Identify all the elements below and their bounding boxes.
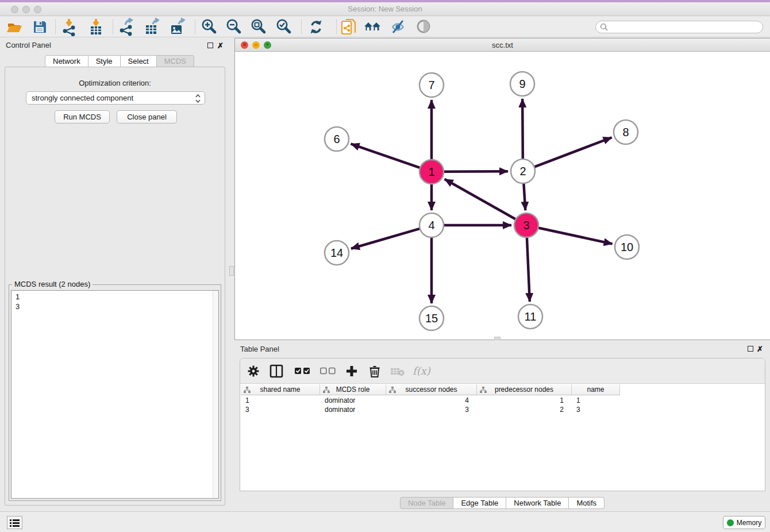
memory-button[interactable]: Memory	[723, 516, 765, 529]
close-panel-button[interactable]: Close panel	[117, 110, 177, 124]
graph-node-2[interactable]: 2	[511, 159, 535, 183]
open-file-icon[interactable]	[5, 18, 24, 36]
refresh-view-icon[interactable]	[306, 18, 326, 36]
table-cell: 1	[241, 396, 320, 406]
delete-column-icon[interactable]	[368, 363, 381, 380]
graph-node-11[interactable]: 11	[518, 304, 542, 329]
network-window-titlebar[interactable]: ✕ − + scc.txt	[235, 38, 770, 52]
node-label: 4	[428, 219, 434, 232]
table-cell: 3	[386, 406, 477, 415]
network-close-traffic-light[interactable]: ✕	[241, 41, 248, 49]
network-canvas[interactable]: 7968124314101511	[235, 52, 770, 340]
zoom-in-icon[interactable]	[199, 18, 219, 36]
criterion-select[interactable]: strongly connected component	[26, 91, 205, 105]
panel-splitter-handle[interactable]	[229, 266, 234, 276]
deselect-all-icon[interactable]	[320, 363, 336, 380]
node-label: 2	[519, 165, 526, 178]
node-label: 8	[622, 126, 629, 138]
graph-node-1[interactable]: 1	[419, 160, 444, 184]
edge-4-14[interactable]	[351, 229, 420, 249]
graph-node-4[interactable]: 4	[419, 213, 444, 237]
table-panel-tabs: Node Table Edge Table Network Table Moti…	[234, 497, 770, 509]
hide-details-icon[interactable]	[388, 18, 408, 36]
titlebar[interactable]: Session: New Session	[0, 2, 770, 16]
settings-gear-icon[interactable]	[247, 363, 260, 380]
column-header-MCDS-role[interactable]: MCDS role	[320, 384, 386, 395]
tab-mcds[interactable]: MCDS	[157, 55, 194, 67]
search-box[interactable]	[595, 21, 763, 33]
column-header-shared-name[interactable]: shared name	[241, 384, 320, 395]
graph-node-3[interactable]: 3	[514, 213, 538, 237]
table-cell: 1	[572, 396, 620, 406]
graph-node-7[interactable]: 7	[419, 73, 444, 97]
tree-icon	[480, 387, 487, 393]
export-table-icon[interactable]	[142, 18, 161, 36]
save-session-icon[interactable]	[30, 18, 49, 36]
graph-node-6[interactable]: 6	[325, 127, 349, 151]
add-column-icon[interactable]	[345, 363, 358, 380]
column-header-name[interactable]: name	[572, 384, 620, 395]
mcds-result-area[interactable]: 1 3	[11, 290, 219, 499]
graph-node-9[interactable]: 9	[510, 72, 534, 96]
tab-style[interactable]: Style	[88, 55, 121, 67]
edge-3-10[interactable]	[538, 228, 613, 244]
edge-3-11[interactable]	[527, 237, 530, 302]
memory-button-label: Memory	[737, 519, 761, 527]
toolbar-separator	[301, 20, 302, 34]
status-bar: Memory	[0, 511, 770, 532]
table-panel-float-button[interactable]	[748, 346, 753, 352]
select-all-icon[interactable]	[295, 363, 310, 380]
zoom-out-icon[interactable]	[224, 18, 244, 36]
edge-2-8[interactable]	[534, 137, 612, 167]
edge-1-2[interactable]	[444, 171, 508, 172]
mcds-result-scrollbar[interactable]	[213, 291, 218, 498]
network-zoom-traffic-light[interactable]: +	[264, 41, 271, 49]
edge-2-9[interactable]	[522, 99, 523, 159]
graph-node-14[interactable]: 14	[325, 241, 349, 265]
table-row[interactable]: 3dominator323	[241, 406, 620, 415]
edge-1-6[interactable]	[351, 144, 421, 168]
column-header-predecessor-nodes[interactable]: predecessor nodes	[477, 384, 572, 395]
table-cell: 1	[477, 396, 572, 406]
tab-network[interactable]: Network	[45, 55, 88, 67]
tab-motifs[interactable]: Motifs	[569, 497, 605, 509]
node-label: 7	[428, 79, 434, 91]
table-cell: 3	[241, 406, 320, 415]
graph-node-10[interactable]: 10	[615, 235, 639, 259]
show-details-icon[interactable]	[414, 18, 433, 36]
control-panel-close-button[interactable]: ✗	[217, 43, 224, 49]
control-panel-float-button[interactable]	[207, 43, 213, 48]
tab-node-table[interactable]: Node Table	[400, 497, 454, 509]
clone-network-icon[interactable]	[339, 18, 359, 36]
toggle-column-view-icon[interactable]	[270, 363, 283, 380]
table-row[interactable]: 1dominator411	[241, 396, 620, 406]
run-mcds-button[interactable]: Run MCDS	[55, 110, 110, 124]
table-panel-close-button[interactable]: ✗	[757, 346, 763, 353]
table-splitter-handle[interactable]	[494, 337, 500, 340]
node-label: 14	[330, 246, 343, 259]
tab-network-table[interactable]: Network Table	[506, 497, 569, 509]
export-image-icon[interactable]	[167, 18, 187, 36]
import-table-icon[interactable]	[86, 18, 106, 36]
edge-2-3[interactable]	[523, 183, 525, 210]
zoom-selected-icon[interactable]	[274, 18, 294, 36]
column-header-successor-nodes[interactable]: successor nodes	[386, 384, 477, 395]
task-history-button[interactable]	[7, 516, 22, 529]
delete-table-icon[interactable]	[390, 363, 405, 380]
graph-node-8[interactable]: 8	[614, 120, 638, 144]
table-toolbar: f(x)	[240, 358, 765, 384]
network-minimize-traffic-light[interactable]: −	[252, 41, 260, 49]
search-input[interactable]	[610, 22, 754, 32]
graph-node-15[interactable]: 15	[419, 306, 444, 330]
zoom-fit-icon[interactable]	[249, 18, 268, 36]
network-graph[interactable]: 7968124314101511	[235, 52, 769, 340]
toolbar-separator	[55, 20, 56, 34]
edge-3-1[interactable]	[445, 179, 516, 219]
tab-edge-table[interactable]: Edge Table	[453, 497, 506, 509]
function-builder-icon[interactable]: f(x)	[413, 363, 430, 380]
export-network-icon[interactable]	[117, 18, 136, 36]
import-network-icon[interactable]	[60, 18, 79, 36]
homes-icon[interactable]	[363, 18, 383, 36]
application-window: Session: New Session	[0, 0, 770, 532]
tab-select[interactable]: Select	[121, 55, 157, 67]
